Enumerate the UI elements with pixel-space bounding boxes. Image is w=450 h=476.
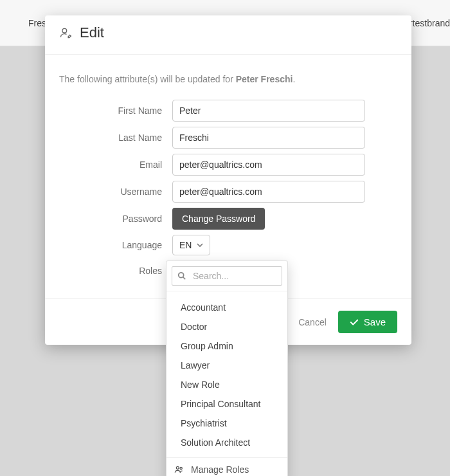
last-name-label: Last Name bbox=[59, 133, 172, 143]
role-option[interactable]: New Role bbox=[166, 375, 287, 394]
email-label: Email bbox=[59, 160, 172, 170]
manage-roles-button[interactable]: Manage Roles bbox=[166, 457, 287, 476]
users-icon bbox=[174, 464, 184, 475]
language-label: Language bbox=[59, 240, 172, 250]
dropdown-search-box[interactable] bbox=[172, 266, 282, 286]
save-label: Save bbox=[364, 316, 386, 327]
modal-header: Edit bbox=[45, 15, 411, 55]
role-option[interactable]: Principal Consultant bbox=[166, 394, 287, 414]
first-name-input[interactable] bbox=[172, 100, 365, 122]
language-value: EN bbox=[179, 240, 192, 250]
username-label: Username bbox=[59, 187, 172, 197]
role-option[interactable]: Solution Architect bbox=[166, 433, 287, 452]
role-option[interactable]: Lawyer bbox=[166, 356, 287, 375]
roles-dropdown: Accountant Doctor Group Admin Lawyer New… bbox=[166, 261, 288, 476]
username-input[interactable] bbox=[172, 181, 365, 203]
svg-point-3 bbox=[180, 467, 182, 469]
chevron-down-icon bbox=[197, 242, 203, 248]
cancel-button[interactable]: Cancel bbox=[298, 317, 327, 327]
role-option[interactable]: Group Admin bbox=[166, 336, 287, 356]
role-option[interactable]: Accountant bbox=[166, 298, 287, 317]
user-edit-icon bbox=[59, 26, 72, 39]
dropdown-list: Accountant Doctor Group Admin Lawyer New… bbox=[166, 291, 287, 457]
dropdown-search-wrap bbox=[166, 261, 287, 291]
svg-point-0 bbox=[62, 28, 67, 33]
search-icon bbox=[177, 271, 186, 280]
manage-roles-label: Manage Roles bbox=[191, 464, 249, 475]
modal-title: Edit bbox=[80, 24, 104, 41]
last-name-input[interactable] bbox=[172, 127, 365, 149]
dropdown-search-input[interactable] bbox=[192, 270, 307, 282]
language-select[interactable]: EN bbox=[172, 235, 210, 255]
svg-point-1 bbox=[179, 273, 184, 278]
role-option[interactable]: Psychiatrist bbox=[166, 414, 287, 433]
first-name-label: First Name bbox=[59, 105, 172, 116]
save-button[interactable]: Save bbox=[338, 311, 397, 333]
roles-label: Roles bbox=[59, 266, 172, 276]
change-password-button[interactable]: Change Password bbox=[172, 208, 265, 230]
intro-text: The following attribute(s) will be updat… bbox=[59, 74, 387, 84]
check-icon bbox=[350, 318, 359, 327]
role-option[interactable]: Doctor bbox=[166, 317, 287, 336]
password-label: Password bbox=[59, 214, 172, 224]
email-input[interactable] bbox=[172, 154, 365, 176]
svg-point-2 bbox=[176, 466, 179, 469]
